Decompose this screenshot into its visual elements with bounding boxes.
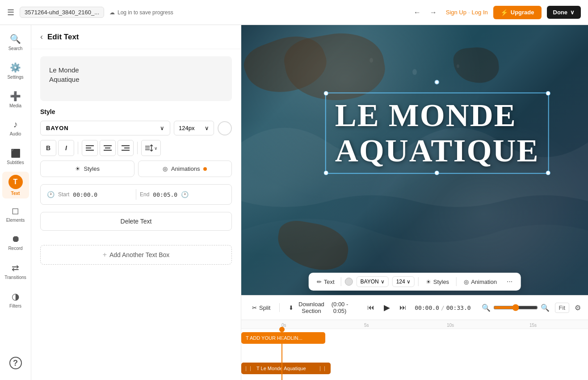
italic-button[interactable]: I bbox=[58, 140, 74, 156]
end-label: End bbox=[140, 191, 149, 198]
timeline-settings-icon[interactable]: ⚙ bbox=[575, 304, 581, 312]
handle-tr[interactable] bbox=[546, 91, 550, 95]
ruler-mark-15s: 15s bbox=[529, 323, 537, 328]
color-picker[interactable] bbox=[218, 121, 232, 135]
bold-button[interactable]: B bbox=[40, 140, 56, 156]
canvas-font-badge[interactable]: BAYON ∨ bbox=[357, 276, 389, 287]
handle-bm[interactable] bbox=[435, 171, 439, 175]
help-icon: ? bbox=[9, 357, 22, 369]
styles-button[interactable]: ☀ Styles bbox=[40, 160, 134, 177]
toolbar-divider-3 bbox=[456, 277, 457, 286]
auth-links: Sign Up · Log In bbox=[446, 9, 488, 16]
canvas-color-circle[interactable] bbox=[345, 278, 353, 286]
clip-headline[interactable]: T ADD YOUR HEADLIN... bbox=[241, 332, 325, 344]
effects-row: ☀ Styles ◎ Animations bbox=[40, 160, 232, 177]
done-button[interactable]: Done ∨ bbox=[547, 6, 581, 19]
size-chevron-icon: ∨ bbox=[205, 125, 209, 131]
font-name: BAYON bbox=[46, 125, 69, 131]
font-row: BAYON ∨ 124px ∨ bbox=[40, 121, 232, 135]
sidebar-label-filters: Filters bbox=[9, 304, 21, 308]
search-icon: 🔍 bbox=[10, 34, 21, 44]
track-monde: ⎸⎸ T Le Monde Aquatique ⎸⎸ bbox=[241, 361, 588, 376]
transitions-icon: ⇄ bbox=[12, 262, 19, 273]
handle-tl[interactable] bbox=[324, 91, 328, 95]
sidebar-item-transitions[interactable]: ⇄ Transitions bbox=[2, 258, 29, 284]
align-right-button[interactable] bbox=[118, 140, 134, 156]
done-label: Done bbox=[553, 9, 568, 16]
sidebar-item-subtitles[interactable]: ⬛ Subtitles bbox=[2, 143, 29, 170]
fit-button[interactable]: Fit bbox=[555, 303, 569, 313]
format-separator bbox=[78, 142, 78, 154]
playhead[interactable] bbox=[281, 329, 282, 380]
sidebar-item-record[interactable]: ⏺ Record bbox=[2, 229, 29, 256]
sidebar-item-audio[interactable]: ♪ Audio bbox=[2, 114, 29, 141]
zoom-slider[interactable] bbox=[493, 304, 538, 311]
canvas-text-btn[interactable]: ✏ Text bbox=[314, 277, 337, 287]
download-range: (0:00 - 0:05) bbox=[329, 301, 350, 314]
svg-point-14 bbox=[370, 58, 373, 63]
toolbar-divider-1 bbox=[341, 277, 341, 286]
zoom-in-icon[interactable]: 🔍 bbox=[541, 304, 550, 312]
add-textbox-button[interactable]: + Add Another Text Box bbox=[40, 245, 232, 265]
filename-badge[interactable]: 3571264-uhd_3840_2160_... bbox=[20, 7, 104, 18]
subtitles-icon: ⬛ bbox=[11, 148, 21, 158]
sidebar-item-media[interactable]: ➕ Media bbox=[2, 86, 29, 113]
align-left-button[interactable] bbox=[82, 140, 98, 156]
sidebar-label-record: Record bbox=[8, 246, 22, 251]
cloud-save[interactable]: ☁ Log in to save progress bbox=[109, 9, 173, 16]
sidebar-item-help[interactable]: ? bbox=[2, 350, 29, 376]
canvas-text-line2: AQUATIQUE bbox=[335, 133, 539, 169]
tl-separator-1 bbox=[279, 303, 280, 312]
total-time: 00:33.0 bbox=[446, 304, 471, 311]
canvas-styles-btn[interactable]: ☀ Styles bbox=[422, 277, 453, 287]
line-height-button[interactable]: ∨ bbox=[141, 140, 161, 156]
canvas-floating-toolbar: ✏ Text BAYON ∨ 124 ∨ ☀ bbox=[309, 273, 521, 291]
canvas-font-label: BAYON bbox=[361, 279, 379, 285]
cloud-icon: ☁ bbox=[109, 9, 115, 16]
split-button[interactable]: ✂ Split bbox=[248, 303, 274, 313]
format-separator-2 bbox=[137, 142, 138, 154]
sidebar-item-elements[interactable]: ◻ Elements bbox=[2, 200, 29, 227]
clip-monde[interactable]: ⎸⎸ T Le Monde Aquatique ⎸⎸ bbox=[241, 363, 331, 374]
sidebar-item-filters[interactable]: ◑ Filters bbox=[2, 286, 29, 313]
skip-back-button[interactable]: ⏮ bbox=[365, 301, 377, 314]
font-select[interactable]: BAYON ∨ bbox=[40, 121, 170, 135]
align-center-button[interactable] bbox=[100, 140, 116, 156]
sidebar-item-text[interactable]: T Text bbox=[2, 172, 29, 198]
rotate-handle[interactable] bbox=[435, 80, 439, 84]
download-section-button[interactable]: ⬇ Download Section (0:00 - 0:05) bbox=[285, 299, 354, 316]
split-icon: ✂ bbox=[252, 304, 257, 311]
ruler-mark-5s: 5s bbox=[364, 323, 369, 328]
sidebar-item-search[interactable]: 🔍 Search bbox=[2, 29, 29, 55]
split-label: Split bbox=[259, 304, 270, 311]
sidebar-item-settings[interactable]: ⚙️ Settings bbox=[2, 57, 29, 84]
login-link[interactable]: Log In bbox=[472, 9, 488, 16]
download-label: Download Section bbox=[296, 301, 327, 314]
start-value[interactable]: 00:00.0 bbox=[73, 191, 97, 198]
size-select[interactable]: 124px ∨ bbox=[174, 121, 214, 135]
zoom-out-icon[interactable]: 🔍 bbox=[482, 304, 491, 312]
hamburger-menu[interactable]: ☰ bbox=[7, 8, 14, 17]
canvas-animation-btn[interactable]: ◎ Animation bbox=[460, 277, 500, 287]
canvas-text-element[interactable]: LE MONDE AQUATIQUE bbox=[325, 92, 549, 173]
ruler-mark-10s: 10s bbox=[447, 323, 454, 328]
back-button[interactable]: ‹ bbox=[40, 32, 43, 42]
playback-controls: ⏮ ▶ ⏭ bbox=[365, 300, 409, 315]
animations-button[interactable]: ◎ Animations bbox=[138, 160, 232, 177]
sun-icon: ☀ bbox=[426, 279, 431, 285]
delete-text-button[interactable]: Delete Text bbox=[40, 212, 232, 231]
sidebar-label-media: Media bbox=[9, 103, 21, 108]
canvas-size-badge[interactable]: 124 ∨ bbox=[392, 276, 415, 287]
canvas-more-button[interactable]: ··· bbox=[504, 277, 515, 287]
signup-link[interactable]: Sign Up bbox=[446, 9, 466, 16]
upgrade-button[interactable]: ⚡ Upgrade bbox=[493, 6, 542, 19]
sidebar-label-search: Search bbox=[8, 46, 23, 51]
end-value[interactable]: 00:05.0 bbox=[153, 191, 177, 198]
sidebar-label-transitions: Transitions bbox=[4, 275, 26, 280]
skip-forward-button[interactable]: ⏭ bbox=[397, 301, 409, 314]
undo-button[interactable]: ← bbox=[410, 5, 424, 20]
play-button[interactable]: ▶ bbox=[380, 300, 394, 315]
redo-button[interactable]: → bbox=[426, 5, 441, 20]
toolbar-divider-2 bbox=[418, 277, 419, 286]
style-section: Style BAYON ∨ 124px ∨ B I bbox=[31, 108, 241, 245]
